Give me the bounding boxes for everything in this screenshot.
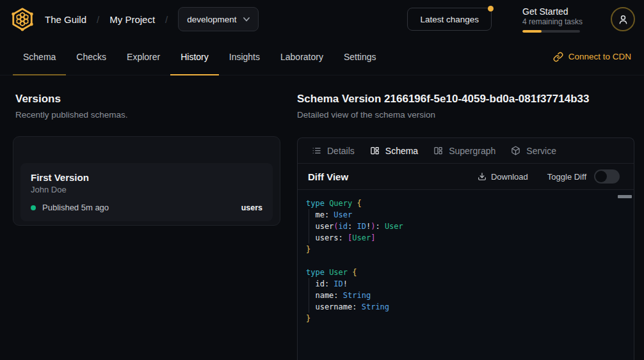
code-token: String xyxy=(362,302,389,311)
hive-logo-icon[interactable] xyxy=(10,7,35,31)
breadcrumb-separator: / xyxy=(165,14,168,25)
version-status: Published 5m ago xyxy=(42,203,109,212)
code-token: id: xyxy=(306,279,334,288)
code-token: name: xyxy=(306,291,343,300)
versions-list-card: First VersionJohn DoePublished 5m agouse… xyxy=(13,136,280,226)
code-token: User xyxy=(334,210,352,219)
detail-tab-label: Supergraph xyxy=(449,146,495,156)
version-service-badge: users xyxy=(241,203,262,212)
code-token xyxy=(352,199,357,208)
breadcrumb-org[interactable]: The Guild xyxy=(45,14,86,25)
versions-list: First VersionJohn DoePublished 5m agouse… xyxy=(20,163,273,221)
nav-tab-label: Checks xyxy=(76,52,106,62)
user-avatar[interactable] xyxy=(611,7,635,31)
schema-version-subtitle: Detailed view of the schema version xyxy=(297,110,635,120)
toggle-diff-knob xyxy=(595,171,607,182)
nav-tab-label: Explorer xyxy=(127,52,160,62)
panels-icon xyxy=(370,146,380,155)
breadcrumb-separator: / xyxy=(97,14,99,25)
list-icon xyxy=(312,146,321,155)
code-token: users: xyxy=(306,233,348,242)
toggle-diff-label: Toggle Diff xyxy=(547,172,586,182)
nav-tab-label: Insights xyxy=(229,52,260,62)
code-token: ID xyxy=(357,222,366,231)
code-line: type Query { xyxy=(306,198,625,209)
detail-tab-schema[interactable]: Schema xyxy=(370,146,418,156)
nav-tab-checks[interactable]: Checks xyxy=(66,38,117,75)
schema-version-panel: DetailsSchemaSupergraphService Diff View… xyxy=(297,137,634,360)
detail-tab-details[interactable]: Details xyxy=(312,146,355,156)
connect-to-cdn-button[interactable]: Connect to CDN xyxy=(553,38,631,75)
code-token: type xyxy=(306,268,325,277)
code-token: ! xyxy=(343,279,348,288)
nav-tab-laboratory[interactable]: Laboratory xyxy=(270,38,334,75)
app-header: The Guild / My Project / development Lat… xyxy=(0,0,644,38)
code-token: { xyxy=(357,199,362,208)
code-token: { xyxy=(352,268,357,277)
version-name: First Version xyxy=(31,172,262,183)
download-button[interactable]: Download xyxy=(478,172,528,182)
code-line: type User { xyxy=(306,267,625,278)
detail-tab-supergraph[interactable]: Supergraph xyxy=(433,146,495,156)
code-token: ID xyxy=(334,279,342,288)
diff-view-toolbar: Diff View Download Toggle Diff xyxy=(298,164,634,190)
cube-icon xyxy=(511,146,520,155)
download-icon xyxy=(478,172,487,181)
code-token: ] xyxy=(371,233,375,242)
nav-tab-underline xyxy=(170,74,219,75)
code-token: id xyxy=(339,222,348,231)
version-list-item[interactable]: First VersionJohn DoePublished 5m agouse… xyxy=(20,163,273,221)
get-started-title: Get Started xyxy=(522,6,584,17)
download-label: Download xyxy=(491,172,528,182)
schema-code-viewer[interactable]: type Query { me: User user(id: ID!): Use… xyxy=(298,190,634,360)
code-token: : xyxy=(348,222,357,231)
schema-code-lines: type Query { me: User user(id: ID!): Use… xyxy=(306,198,625,324)
schema-version-header: Schema Version 2166196f-5e10-4059-bd0a-0… xyxy=(297,93,635,120)
nav-tab-settings[interactable]: Settings xyxy=(334,38,387,75)
detail-tab-label: Details xyxy=(327,146,355,156)
code-line: } xyxy=(306,313,625,324)
get-started-progress-fill xyxy=(522,30,542,33)
code-token: me: xyxy=(306,210,334,219)
link-icon xyxy=(553,52,563,62)
code-line: name: String xyxy=(306,290,625,301)
panels-icon xyxy=(433,146,443,155)
detail-tab-label: Schema xyxy=(385,146,418,156)
diff-view-title: Diff View xyxy=(308,171,348,182)
nav-tabs: SchemaChecksExplorerHistoryInsightsLabor… xyxy=(13,38,387,75)
nav-tab-history[interactable]: History xyxy=(170,38,219,75)
code-line: me: User xyxy=(306,209,625,221)
nav-tab-schema[interactable]: Schema xyxy=(13,38,66,75)
code-token: String xyxy=(343,291,371,300)
nav-tab-underline xyxy=(13,74,66,75)
target-nav: SchemaChecksExplorerHistoryInsightsLabor… xyxy=(0,38,644,75)
breadcrumb-project[interactable]: My Project xyxy=(109,14,155,25)
code-token: User xyxy=(385,222,403,231)
nav-tab-explorer[interactable]: Explorer xyxy=(117,38,170,75)
code-token: username: xyxy=(306,302,362,311)
detail-tabs: DetailsSchemaSupergraphService xyxy=(298,138,634,164)
latest-changes-label: Latest changes xyxy=(420,15,479,24)
code-token: } xyxy=(306,314,310,323)
schema-version-title: Schema Version 2166196f-5e10-4059-bd0a-0… xyxy=(297,93,635,106)
nav-tab-label: Schema xyxy=(23,52,56,62)
detail-tab-label: Service xyxy=(526,146,556,156)
code-line: user(id: ID!): User xyxy=(306,221,625,232)
nav-tab-insights[interactable]: Insights xyxy=(219,38,270,75)
latest-changes-button[interactable]: Latest changes xyxy=(407,8,492,31)
toggle-diff-switch[interactable] xyxy=(594,169,620,184)
code-token: type xyxy=(306,199,325,208)
get-started-widget[interactable]: Get Started 4 remaining tasks xyxy=(522,6,584,33)
code-token: } xyxy=(306,245,310,254)
get-started-progressbar xyxy=(522,30,580,33)
code-token: user xyxy=(306,222,334,231)
code-scrollbar-thumb[interactable] xyxy=(618,195,632,198)
code-line: username: String xyxy=(306,301,625,313)
version-meta: Published 5m agousers xyxy=(31,203,262,212)
detail-tab-service[interactable]: Service xyxy=(511,146,556,156)
target-selector[interactable]: development xyxy=(178,7,258,31)
versions-subtitle: Recently published schemas. xyxy=(15,110,128,120)
code-line: users: [User] xyxy=(306,232,625,244)
versions-header: Versions Recently published schemas. xyxy=(15,93,128,120)
code-token: User xyxy=(329,268,348,277)
